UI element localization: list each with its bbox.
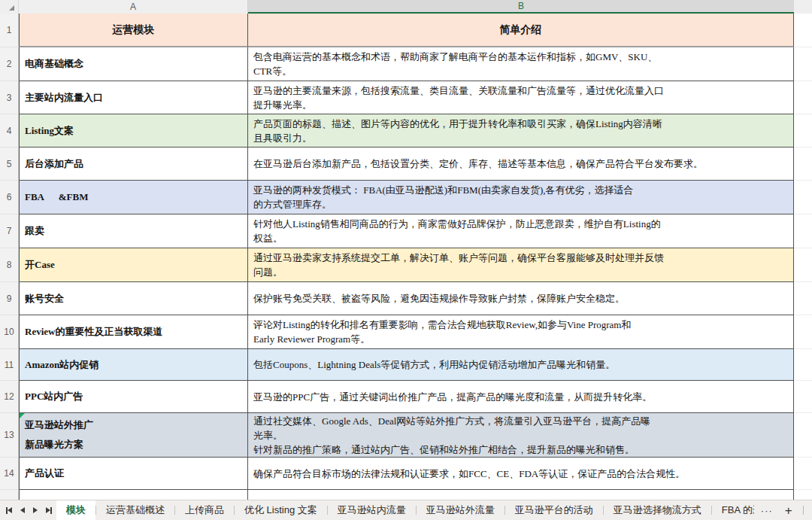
- cell-a[interactable]: Listing文案: [19, 114, 248, 147]
- next-sheet-icon[interactable]: [33, 500, 38, 520]
- table-row: 5后台添加产品在亚马逊后台添加新产品，包括设置分类、定价、库存、描述等基本信息，…: [0, 147, 812, 181]
- first-sheet-icon[interactable]: [6, 500, 12, 520]
- cell-a[interactable]: FBA &FBM: [19, 181, 248, 214]
- cell-a[interactable]: 亚马逊站外推广 新品曝光方案: [19, 413, 248, 458]
- row-number[interactable]: 7: [0, 214, 19, 248]
- sheet-tab-2[interactable]: 运营基础概述: [96, 500, 174, 520]
- sheet-tab-1[interactable]: 模块: [56, 500, 95, 520]
- cell-a[interactable]: Review的重要性及正当获取渠道: [19, 315, 248, 349]
- table-row: 2电商基础概念包含电商运营的基本概念和术语，帮助商家了解电商平台的基本运作和指标…: [0, 47, 812, 81]
- last-sheet-icon[interactable]: [46, 500, 52, 520]
- cell-b[interactable]: 通过社交媒体、Google Ads、Deal网站等站外推广方式，将流量引入亚马逊…: [248, 413, 794, 458]
- row-number[interactable]: 5: [0, 147, 19, 181]
- row-number[interactable]: 6: [0, 181, 19, 214]
- cell-b[interactable]: 针对他人Listing销售相同商品的行为，商家需做好品牌保护，防止恶意跟卖，维护…: [248, 214, 794, 248]
- sheet-tab-9[interactable]: FBA 的运: [712, 500, 754, 520]
- sheet-tab-bar: 模块运营基础概述上传商品优化 Listing 文案亚马逊站内流量亚马逊站外流量亚…: [0, 500, 812, 520]
- row-number[interactable]: 14: [0, 458, 19, 490]
- cell-a[interactable]: 账号安全: [19, 282, 248, 315]
- cell-b[interactable]: 简单介绍: [248, 14, 794, 47]
- empty-column-strip: [794, 47, 812, 81]
- previous-sheet-icon[interactable]: [20, 500, 25, 520]
- tabbar-divider: [803, 506, 804, 515]
- row-number[interactable]: 12: [0, 381, 19, 413]
- cell-b[interactable]: 包括Coupons、Lightning Deals等促销方式，利用站内促销活动增…: [248, 349, 794, 381]
- row-number[interactable]: 13: [0, 413, 19, 458]
- row-number[interactable]: 4: [0, 114, 19, 147]
- sheet-tab-5[interactable]: 亚马逊站内流量: [328, 500, 416, 520]
- empty-column-strip: [794, 147, 812, 181]
- cell-b[interactable]: 亚马逊的PPC广告，通过关键词出价推广产品，提高产品的曝光度和流量，从而提升转化…: [248, 381, 794, 413]
- row-number[interactable]: 11: [0, 349, 19, 381]
- select-all-button[interactable]: [0, 0, 19, 14]
- sheet-tab-7[interactable]: 亚马逊平台的活动: [505, 500, 603, 520]
- cell-b[interactable]: 确保产品符合目标市场的法律法规和认证要求，如FCC、CE、FDA等认证，保证产品…: [248, 458, 794, 490]
- cell-a[interactable]: 主要站内流量入口: [19, 81, 248, 114]
- cell-a[interactable]: Amazon站内促销: [19, 349, 248, 381]
- add-sheet-button[interactable]: +: [780, 500, 798, 520]
- cell-b[interactable]: 评论对Listing的转化和排名有重要影响，需合法合规地获取Review,如参与…: [248, 315, 794, 349]
- table-header-row: 1运营模块简单介绍: [0, 14, 812, 47]
- cell-a[interactable]: 电商基础概念: [19, 47, 248, 81]
- table-row: 12PPC站内广告亚马逊的PPC广告，通过关键词出价推广产品，提高产品的曝光度和…: [0, 381, 812, 413]
- sheet-nav: [0, 500, 56, 520]
- empty-column-strip: [794, 413, 812, 458]
- table-row: 11Amazon站内促销包括Coupons、Lightning Deals等促销…: [0, 349, 812, 381]
- row-number[interactable]: 9: [0, 282, 19, 315]
- sheet-tab-6[interactable]: 亚马逊站外流量: [417, 500, 504, 520]
- cell-a[interactable]: 跟卖: [19, 214, 248, 248]
- cell-a[interactable]: PPC站内广告: [19, 381, 248, 413]
- row-number[interactable]: 1: [0, 14, 19, 47]
- empty-column-strip: [794, 14, 812, 47]
- table-row: 8开Case通过亚马逊卖家支持系统提交工单，解决订单、账户等问题，确保平台客服能…: [0, 248, 812, 282]
- row-number[interactable]: 2: [0, 47, 19, 81]
- spreadsheet-app: A B 1运营模块简单介绍2电商基础概念包含电商运营的基本概念和术语，帮助商家了…: [0, 0, 812, 520]
- table-row: 7跟卖针对他人Listing销售相同商品的行为，商家需做好品牌保护，防止恶意跟卖…: [0, 214, 812, 248]
- cell-a[interactable]: [19, 490, 248, 500]
- cell-b[interactable]: 通过亚马逊卖家支持系统提交工单，解决订单、账户等问题，确保平台客服能够及时处理并…: [248, 248, 794, 282]
- empty-column-strip: [794, 458, 812, 490]
- cell-b[interactable]: 亚马逊的主要流量来源，包括搜索流量、类目流量、关联流量和广告流量等，通过优化流量…: [248, 81, 794, 114]
- table-row: 13亚马逊站外推广 新品曝光方案通过社交媒体、Google Ads、Deal网站…: [0, 413, 812, 458]
- grid-rows: 1运营模块简单介绍2电商基础概念包含电商运营的基本概念和术语，帮助商家了解电商平…: [0, 14, 812, 500]
- row-number[interactable]: 10: [0, 315, 19, 349]
- column-header-b[interactable]: B: [248, 0, 794, 14]
- cell-b[interactable]: 在亚马逊后台添加新产品，包括设置分类、定价、库存、描述等基本信息，确保产品符合平…: [248, 147, 794, 181]
- more-sheets-button[interactable]: ···: [754, 505, 780, 516]
- table-row: 15处理售前、售中、售后的客户问题，维护客户关系，提升客户满意度和好评率，降低差…: [0, 490, 812, 500]
- empty-column-strip: [794, 81, 812, 114]
- select-all-icon: [9, 5, 14, 11]
- sheet-tab-4[interactable]: 优化 Listing 文案: [235, 500, 327, 520]
- cell-b[interactable]: 产品页面的标题、描述、图片等内容的优化，用于提升转化率和吸引买家，确保Listi…: [248, 114, 794, 147]
- cell-b[interactable]: 保护账号免受关联、被盗等风险，避免因违规操作导致账户封禁，保障账户安全稳定。: [248, 282, 794, 315]
- row-number[interactable]: 8: [0, 248, 19, 282]
- empty-column-strip: [794, 248, 812, 282]
- table-row: 10Review的重要性及正当获取渠道评论对Listing的转化和排名有重要影响…: [0, 315, 812, 349]
- empty-column-strip: [794, 381, 812, 413]
- column-header-a[interactable]: A: [19, 0, 248, 14]
- cell-a[interactable]: 后台添加产品: [19, 147, 248, 181]
- table-row: 6FBA &FBM亚马逊的两种发货模式： FBA(由亚马逊配送)和FBM(由卖家…: [0, 181, 812, 214]
- empty-column-strip: [794, 349, 812, 381]
- sheet-tab-8[interactable]: 亚马逊选择物流方式: [604, 500, 711, 520]
- cell-b[interactable]: 亚马逊的两种发货模式： FBA(由亚马逊配送)和FBM(由卖家自发货),各有优劣…: [248, 181, 794, 214]
- sheet-tabs: 模块运营基础概述上传商品优化 Listing 文案亚马逊站内流量亚马逊站外流量亚…: [56, 500, 754, 520]
- table-row: 14产品认证确保产品符合目标市场的法律法规和认证要求，如FCC、CE、FDA等认…: [0, 458, 812, 490]
- column-header-rest: [794, 0, 812, 14]
- table-row: 9账号安全保护账号免受关联、被盗等风险，避免因违规操作导致账户封禁，保障账户安全…: [0, 282, 812, 315]
- row-number[interactable]: 3: [0, 81, 19, 114]
- empty-column-strip: [794, 114, 812, 147]
- column-header-bar: A B: [0, 0, 812, 14]
- empty-column-strip: [794, 315, 812, 349]
- cell-a[interactable]: 产品认证: [19, 458, 248, 490]
- table-row: 4Listing文案产品页面的标题、描述、图片等内容的优化，用于提升转化率和吸引…: [0, 114, 812, 147]
- empty-column-strip: [794, 181, 812, 214]
- cell-a[interactable]: 运营模块: [19, 14, 248, 47]
- row-number[interactable]: 15: [0, 490, 19, 500]
- sheet-tab-3[interactable]: 上传商品: [175, 500, 234, 520]
- empty-column-strip: [794, 490, 812, 500]
- empty-column-strip: [794, 282, 812, 315]
- cell-b[interactable]: 包含电商运营的基本概念和术语，帮助商家了解电商平台的基本运作和指标，如GMV、S…: [248, 47, 794, 81]
- cell-a[interactable]: 开Case: [19, 248, 248, 282]
- cell-b[interactable]: 处理售前、售中、售后的客户问题，维护客户关系，提升客户满意度和好评率，降低差评率…: [248, 490, 794, 500]
